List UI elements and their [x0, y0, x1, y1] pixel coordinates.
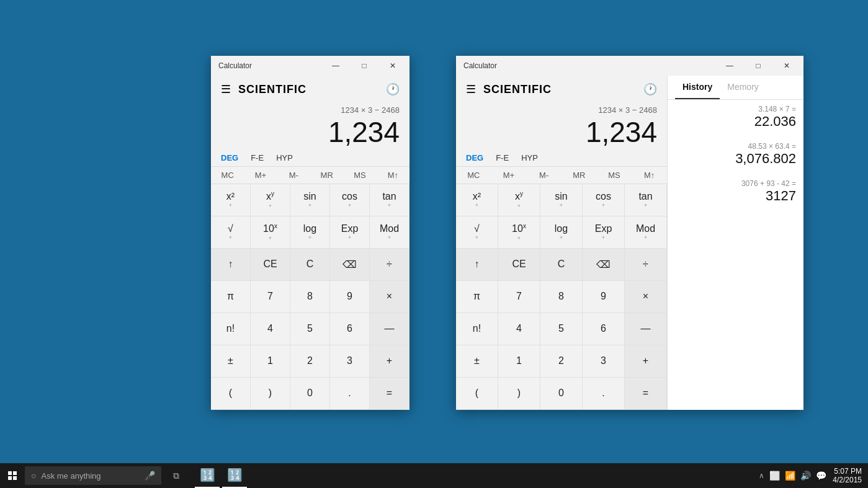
maximize-btn-left[interactable]: □	[350, 56, 378, 76]
history-val-1[interactable]: 22.036	[675, 113, 796, 130]
btn-0-left[interactable]: 0	[290, 378, 330, 410]
volume-icon[interactable]: 🔊	[800, 471, 811, 481]
btn-closeparen-left[interactable]: )	[251, 378, 290, 410]
btn-divide-right[interactable]: ÷	[625, 249, 667, 281]
taskbar-calculator-1[interactable]: 🔢	[195, 463, 220, 488]
btn-equals-right[interactable]: =	[625, 378, 667, 410]
btn-divide-left[interactable]: ÷	[370, 249, 409, 281]
minimize-btn-left[interactable]: —	[321, 56, 350, 76]
btn-sin-left[interactable]: sin+	[290, 184, 330, 216]
btn-6-left[interactable]: 6	[330, 313, 370, 345]
mode-fe-right[interactable]: F-E	[491, 152, 514, 164]
history-val-3[interactable]: 3127	[675, 188, 796, 204]
btn-equals-left[interactable]: =	[370, 378, 409, 410]
btn-3-left[interactable]: 3	[330, 345, 370, 378]
btn-mod-right[interactable]: Mod+	[625, 216, 667, 249]
btn-multiply-right[interactable]: ×	[625, 281, 667, 313]
close-btn-left[interactable]: ✕	[378, 56, 407, 76]
btn-openparen-left[interactable]: (	[211, 378, 251, 410]
mem-mr-left[interactable]: MR	[310, 167, 343, 184]
btn-1-left[interactable]: 1	[251, 345, 290, 378]
mem-ms-left[interactable]: MS	[343, 167, 376, 184]
btn-sqrt-right[interactable]: √+	[456, 216, 498, 249]
taskbar-calculator-2[interactable]: 🔢	[222, 463, 247, 488]
mem-mup-left[interactable]: M↑	[377, 167, 409, 184]
mem-ms-right[interactable]: MS	[597, 167, 632, 184]
btn-10x-right[interactable]: 10x+	[498, 216, 540, 249]
btn-9-left[interactable]: 9	[330, 281, 370, 313]
maximize-btn-right[interactable]: □	[744, 56, 772, 76]
btn-4-left[interactable]: 4	[251, 313, 290, 345]
history-val-2[interactable]: 3,076.802	[675, 151, 796, 167]
mem-mplus-right[interactable]: M+	[491, 167, 527, 184]
btn-xy-left[interactable]: xy+	[251, 184, 290, 216]
mem-mc-left[interactable]: MC	[211, 167, 244, 184]
start-button[interactable]	[0, 463, 25, 488]
btn-2-left[interactable]: 2	[290, 345, 330, 378]
btn-plusminus-right[interactable]: ±	[456, 345, 498, 378]
btn-mod-left[interactable]: Mod+	[370, 216, 409, 249]
btn-5-left[interactable]: 5	[290, 313, 330, 345]
btn-add-right[interactable]: +	[625, 345, 667, 378]
mode-deg-right[interactable]: DEG	[461, 152, 488, 164]
btn-0-right[interactable]: 0	[540, 378, 583, 410]
btn-subtract-left[interactable]: —	[370, 313, 409, 345]
btn-exp-left[interactable]: Exp+	[330, 216, 370, 249]
mode-hyp-left[interactable]: HYP	[271, 152, 298, 164]
btn-10x-left[interactable]: 10x+	[251, 216, 290, 249]
btn-5-right[interactable]: 5	[540, 313, 583, 345]
btn-7-left[interactable]: 7	[251, 281, 290, 313]
mem-mup-right[interactable]: M↑	[632, 167, 667, 184]
btn-8-right[interactable]: 8	[540, 281, 583, 313]
close-btn-right[interactable]: ✕	[772, 56, 801, 76]
tab-memory[interactable]: Memory	[720, 76, 766, 99]
btn-dot-left[interactable]: .	[330, 378, 370, 410]
btn-6-right[interactable]: 6	[583, 313, 625, 345]
btn-c-left[interactable]: C	[290, 249, 330, 281]
mem-mplus-left[interactable]: M+	[244, 167, 277, 184]
history-icon-right[interactable]: 🕐	[641, 80, 660, 99]
chevron-up-icon[interactable]: ∧	[759, 471, 764, 480]
btn-factorial-left[interactable]: n!	[211, 313, 251, 345]
btn-c-right[interactable]: C	[540, 249, 583, 281]
btn-7-right[interactable]: 7	[498, 281, 540, 313]
btn-x2-right[interactable]: x²+	[456, 184, 498, 216]
mem-mc-right[interactable]: MC	[456, 167, 491, 184]
mode-hyp-right[interactable]: HYP	[516, 152, 543, 164]
minimize-btn-right[interactable]: —	[715, 56, 744, 76]
btn-exp-right[interactable]: Exp+	[583, 216, 625, 249]
mode-fe-left[interactable]: F-E	[246, 152, 269, 164]
btn-multiply-left[interactable]: ×	[370, 281, 409, 313]
btn-shift-left[interactable]: ↑	[211, 249, 251, 281]
btn-pi-right[interactable]: π	[456, 281, 498, 313]
btn-sin-right[interactable]: sin+	[540, 184, 583, 216]
btn-add-left[interactable]: +	[370, 345, 409, 378]
menu-icon-left[interactable]: ☰	[218, 80, 233, 99]
tablet-mode-icon[interactable]: ⬜	[769, 471, 780, 481]
btn-ce-left[interactable]: CE	[251, 249, 290, 281]
clock[interactable]: 5:07 PM 4/2/2015	[833, 467, 862, 484]
history-icon-left[interactable]: 🕐	[383, 80, 402, 99]
btn-factorial-right[interactable]: n!	[456, 313, 498, 345]
btn-9-right[interactable]: 9	[583, 281, 625, 313]
mem-mr-right[interactable]: MR	[562, 167, 597, 184]
btn-8-left[interactable]: 8	[290, 281, 330, 313]
btn-backspace-right[interactable]: ⌫	[583, 249, 625, 281]
btn-log-left[interactable]: log+	[290, 216, 330, 249]
btn-tan-right[interactable]: tan+	[625, 184, 667, 216]
btn-plusminus-left[interactable]: ±	[211, 345, 251, 378]
btn-xy-right[interactable]: xy+	[498, 184, 540, 216]
task-view-button[interactable]: ⧉	[164, 463, 189, 488]
network-icon[interactable]: 📶	[785, 471, 795, 481]
mem-mminus-right[interactable]: M-	[526, 167, 562, 184]
btn-dot-right[interactable]: .	[583, 378, 625, 410]
btn-ce-right[interactable]: CE	[498, 249, 540, 281]
btn-1-right[interactable]: 1	[498, 345, 540, 378]
btn-x2-left[interactable]: x²+	[211, 184, 251, 216]
search-area[interactable]: ○ Ask me anything 🎤	[25, 466, 161, 485]
btn-2-right[interactable]: 2	[540, 345, 583, 378]
menu-icon-right[interactable]: ☰	[463, 80, 478, 99]
btn-pi-left[interactable]: π	[211, 281, 251, 313]
btn-sqrt-left[interactable]: √+	[211, 216, 251, 249]
btn-openparen-right[interactable]: (	[456, 378, 498, 410]
